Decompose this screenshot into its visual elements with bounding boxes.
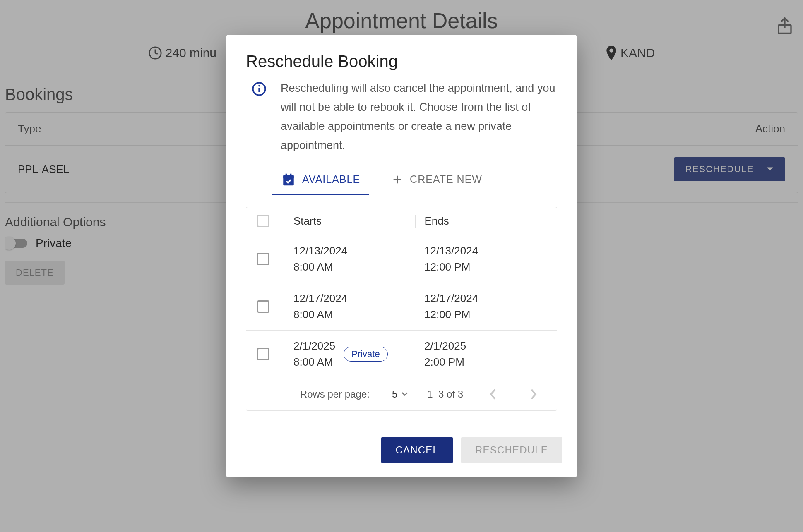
table-pagination: Rows per page: 5 1–3 of 3 xyxy=(246,378,557,410)
table-row[interactable]: 2/1/20258:00 AMPrivate2/1/20252:00 PM xyxy=(246,331,557,378)
start-datetime: 12/17/20248:00 AM xyxy=(293,290,347,323)
info-icon xyxy=(252,79,267,96)
dialog-info: Rescheduling will also cancel the appoin… xyxy=(226,79,577,168)
svg-point-4 xyxy=(258,85,260,87)
tab-available[interactable]: AVAILABLE xyxy=(276,168,366,195)
reschedule-booking-dialog: Reschedule Booking Rescheduling will als… xyxy=(226,35,577,477)
end-date: 12/13/2024 xyxy=(424,243,546,259)
start-date: 12/13/2024 xyxy=(293,243,347,259)
chevron-right-icon xyxy=(530,389,537,400)
end-datetime: 12/13/202412:00 PM xyxy=(424,243,546,275)
col-ends-header: Ends xyxy=(415,215,546,228)
pagination-range: 1–3 of 3 xyxy=(427,388,463,400)
dialog-tabs: AVAILABLE CREATE NEW xyxy=(226,168,577,195)
row-checkbox[interactable] xyxy=(257,300,269,313)
next-page-button[interactable] xyxy=(523,386,544,402)
starts-cell: 2/1/20258:00 AMPrivate xyxy=(269,338,415,370)
start-time: 8:00 AM xyxy=(293,259,347,275)
table-row[interactable]: 12/17/20248:00 AM12/17/202412:00 PM xyxy=(246,283,557,331)
start-date: 12/17/2024 xyxy=(293,290,347,307)
cancel-button[interactable]: CANCEL xyxy=(381,437,453,463)
private-badge: Private xyxy=(344,347,387,362)
start-time: 8:00 AM xyxy=(293,354,335,370)
start-time: 8:00 AM xyxy=(293,307,347,323)
svg-rect-6 xyxy=(283,175,294,178)
chevron-down-icon xyxy=(402,392,408,396)
end-datetime: 12/17/202412:00 PM xyxy=(424,290,546,323)
end-time: 12:00 PM xyxy=(424,259,546,275)
dialog-info-text: Rescheduling will also cancel the appoin… xyxy=(281,79,557,155)
ends-cell: 12/13/202412:00 PM xyxy=(415,243,546,275)
start-datetime: 12/13/20248:00 AM xyxy=(293,243,347,275)
start-datetime: 2/1/20258:00 AM xyxy=(293,338,335,370)
appointments-header-row: Starts Ends xyxy=(246,207,557,235)
tab-create-new[interactable]: CREATE NEW xyxy=(386,168,488,195)
end-datetime: 2/1/20252:00 PM xyxy=(424,338,546,370)
row-checkbox[interactable] xyxy=(257,253,269,265)
rows-per-page-value: 5 xyxy=(392,388,397,400)
ends-cell: 12/17/202412:00 PM xyxy=(415,290,546,323)
end-time: 2:00 PM xyxy=(424,354,546,370)
calendar-check-icon xyxy=(281,173,296,187)
ends-cell: 2/1/20252:00 PM xyxy=(415,338,546,370)
col-starts-header: Starts xyxy=(269,215,415,228)
end-time: 12:00 PM xyxy=(424,307,546,323)
chevron-left-icon xyxy=(490,389,496,400)
dialog-footer: CANCEL RESCHEDULE xyxy=(226,426,577,477)
starts-cell: 12/17/20248:00 AM xyxy=(269,290,415,323)
end-date: 12/17/2024 xyxy=(424,290,546,307)
select-all-checkbox[interactable] xyxy=(257,215,269,227)
prev-page-button[interactable] xyxy=(482,386,504,402)
tab-available-label: AVAILABLE xyxy=(302,173,360,185)
tab-create-new-label: CREATE NEW xyxy=(410,173,482,185)
end-date: 2/1/2025 xyxy=(424,338,546,354)
start-date: 2/1/2025 xyxy=(293,338,335,354)
row-checkbox[interactable] xyxy=(257,348,269,360)
rows-per-page-label: Rows per page: xyxy=(300,388,370,400)
dialog-title: Reschedule Booking xyxy=(226,35,577,79)
rows-per-page-select[interactable]: 5 xyxy=(392,388,408,400)
modal-overlay: Reschedule Booking Rescheduling will als… xyxy=(0,0,803,532)
plus-icon xyxy=(392,174,403,185)
table-row[interactable]: 12/13/20248:00 AM12/13/202412:00 PM xyxy=(246,235,557,283)
appointments-table: Starts Ends 12/13/20248:00 AM12/13/20241… xyxy=(246,207,557,411)
starts-cell: 12/13/20248:00 AM xyxy=(269,243,415,275)
reschedule-button[interactable]: RESCHEDULE xyxy=(461,437,562,463)
